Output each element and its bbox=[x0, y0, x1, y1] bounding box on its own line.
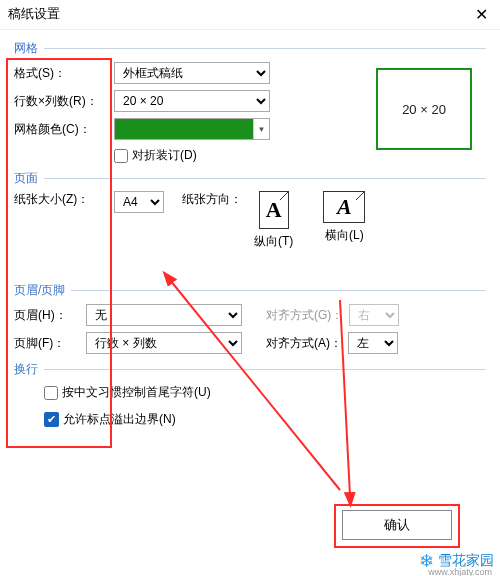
fold-label: 对折装订(D) bbox=[132, 147, 197, 164]
chevron-down-icon: ▼ bbox=[253, 119, 269, 139]
header-select[interactable]: 无 bbox=[86, 304, 242, 326]
orientation-portrait[interactable]: A bbox=[259, 191, 289, 229]
grid-preview: 20 × 20 bbox=[376, 68, 472, 150]
overflow-label: 允许标点溢出边界(N) bbox=[63, 411, 176, 428]
header-align-label: 对齐方式(G)： bbox=[266, 307, 343, 324]
portrait-label: 纵向(T) bbox=[254, 233, 293, 250]
group-wrap-label: 换行 bbox=[14, 361, 38, 378]
preview-text: 20 × 20 bbox=[402, 102, 446, 117]
ok-button[interactable]: 确认 bbox=[342, 510, 452, 540]
group-grid: 网格 bbox=[14, 40, 486, 57]
dialog-title: 稿纸设置 bbox=[8, 6, 60, 23]
letter-a-icon: A bbox=[337, 194, 352, 220]
group-grid-label: 网格 bbox=[14, 40, 38, 57]
format-select[interactable]: 外框式稿纸 bbox=[114, 62, 270, 84]
header-align-select: 右 bbox=[349, 304, 399, 326]
group-headerfooter-label: 页眉/页脚 bbox=[14, 282, 65, 299]
footer-align-label: 对齐方式(A)： bbox=[266, 335, 342, 352]
footer-select[interactable]: 行数 × 列数 bbox=[86, 332, 242, 354]
papersize-select[interactable]: A4 bbox=[114, 191, 164, 213]
rowcol-label: 行数×列数(R)： bbox=[14, 93, 114, 110]
color-swatch bbox=[115, 119, 253, 139]
fold-checkbox[interactable] bbox=[114, 149, 128, 163]
format-label: 格式(S)： bbox=[14, 65, 114, 82]
group-page: 页面 bbox=[14, 170, 486, 187]
overflow-checkbox[interactable]: ✔ bbox=[44, 412, 59, 427]
footer-align-select[interactable]: 左 bbox=[348, 332, 398, 354]
header-label: 页眉(H)： bbox=[14, 307, 86, 324]
close-icon[interactable]: ✕ bbox=[471, 5, 492, 24]
orientation-landscape[interactable]: A bbox=[323, 191, 365, 223]
cjk-label: 按中文习惯控制首尾字符(U) bbox=[62, 384, 211, 401]
color-select[interactable]: ▼ bbox=[114, 118, 270, 140]
landscape-label: 横向(L) bbox=[325, 227, 364, 244]
papersize-label: 纸张大小(Z)： bbox=[14, 191, 114, 208]
cjk-checkbox[interactable] bbox=[44, 386, 58, 400]
group-page-label: 页面 bbox=[14, 170, 38, 187]
orientation-label: 纸张方向： bbox=[182, 191, 242, 208]
watermark-url: www.xhjaty.com bbox=[428, 567, 492, 576]
group-wrap: 换行 bbox=[14, 361, 486, 378]
rowcol-select[interactable]: 20 × 20 bbox=[114, 90, 270, 112]
letter-a-icon: A bbox=[266, 197, 282, 223]
color-label: 网格颜色(C)： bbox=[14, 121, 114, 138]
footer-label: 页脚(F)： bbox=[14, 335, 86, 352]
group-headerfooter: 页眉/页脚 bbox=[14, 282, 486, 299]
